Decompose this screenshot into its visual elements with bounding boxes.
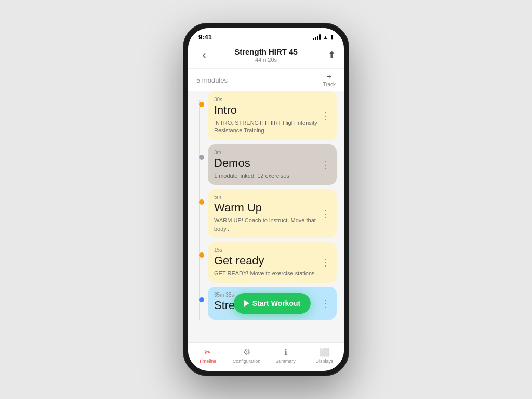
module-duration: 15s: [214, 247, 330, 253]
track-button[interactable]: + Track: [323, 73, 336, 87]
signal-icon: [313, 34, 321, 40]
gear-icon: ⚙: [243, 347, 250, 357]
timeline-dot-demos: [199, 155, 204, 160]
more-options-icon[interactable]: ⋮: [321, 159, 330, 170]
nav-label-summary: Summary: [275, 358, 296, 364]
nav-item-displays[interactable]: ⬜ Displays: [305, 347, 344, 364]
timeline-wrapper: 30s Intro INTRO: STRENGTH HIRT High Inte…: [195, 91, 337, 320]
list-item: 15s Get ready GET READY! Move to exercis…: [208, 242, 337, 283]
more-options-icon[interactable]: ⋮: [321, 208, 330, 219]
module-card-demos[interactable]: 3m Demos 1 module linked, 12 exercises ⋮: [208, 144, 337, 185]
module-desc: INTRO: STRENGTH HIRT High Intensity Resi…: [214, 119, 330, 135]
nav-item-timeline[interactable]: ✂ Timeline: [188, 347, 227, 364]
timeline-dot-getready: [199, 252, 204, 258]
module-card-getready[interactable]: 15s Get ready GET READY! Move to exercis…: [208, 242, 337, 283]
start-workout-label: Start Workout: [252, 299, 300, 308]
track-label: Track: [323, 82, 336, 87]
nav-label-displays: Displays: [315, 358, 333, 364]
nav-label-configuration: Configuration: [233, 358, 261, 364]
timeline-icon: ✂: [204, 347, 211, 357]
battery-icon: ▮: [330, 34, 334, 41]
timeline-dot-strength: [199, 297, 204, 302]
wifi-icon: ▲: [323, 34, 328, 41]
bottom-nav: ✂ Timeline ⚙ Configuration ℹ Summary ⬜ D…: [188, 342, 344, 371]
module-duration: 3m: [214, 150, 330, 155]
module-title: Get ready: [214, 254, 330, 268]
module-duration: 30s: [214, 97, 330, 102]
nav-item-summary[interactable]: ℹ Summary: [266, 347, 305, 364]
nav-item-configuration[interactable]: ⚙ Configuration: [227, 347, 266, 364]
more-options-icon[interactable]: ⋮: [321, 257, 330, 268]
start-workout-overlay: Start Workout: [234, 293, 311, 314]
module-duration: 5m: [214, 194, 330, 200]
list-item: 30s Intro INTRO: STRENGTH HIRT High Inte…: [208, 91, 337, 140]
status-icons: ▲ ▮: [313, 34, 334, 41]
phone-screen: 9:41 ▲ ▮ ‹ Strength HIRT 45 44m 20s ⬆: [188, 28, 344, 371]
module-card-intro[interactable]: 30s Intro INTRO: STRENGTH HIRT High Inte…: [208, 91, 337, 140]
display-icon: ⬜: [320, 347, 330, 357]
workout-title: Strength HIRT 45: [212, 47, 320, 56]
module-card-warmup[interactable]: 5m Warm Up WARM UP! Coach to instruct. M…: [208, 189, 337, 238]
module-desc: 1 module linked, 12 exercises: [214, 172, 330, 180]
more-options-icon[interactable]: ⋮: [321, 298, 330, 309]
list-item: 3m Demos 1 module linked, 12 exercises ⋮: [208, 144, 337, 185]
module-desc: WARM UP! Coach to instruct. Move that bo…: [214, 217, 330, 233]
module-title: Demos: [214, 156, 330, 170]
workout-duration: 44m 20s: [212, 57, 320, 63]
module-title: Intro: [214, 103, 330, 117]
module-desc: GET READY! Move to exercise stations.: [214, 270, 330, 277]
content-area[interactable]: 30s Intro INTRO: STRENGTH HIRT High Inte…: [188, 91, 344, 342]
module-title: Warm Up: [214, 201, 330, 215]
header-center: Strength HIRT 45 44m 20s: [212, 47, 320, 63]
status-bar: 9:41 ▲ ▮: [188, 28, 344, 43]
list-item: 35m 35s Strength HIRT 45 ⋮ Start Workout: [208, 287, 337, 320]
track-plus-icon: +: [327, 73, 331, 81]
timeline-line: [199, 100, 200, 320]
modules-count: 5 modules: [196, 76, 228, 84]
modules-bar: 5 modules + Track: [188, 69, 344, 91]
nav-label-timeline: Timeline: [199, 358, 217, 364]
timeline-dot-warmup: [199, 200, 204, 205]
info-icon: ℹ: [284, 347, 287, 357]
module-card-strength[interactable]: 35m 35s Strength HIRT 45 ⋮ Start Workout: [208, 287, 337, 320]
start-workout-button[interactable]: Start Workout: [234, 293, 311, 314]
more-options-icon[interactable]: ⋮: [321, 110, 330, 122]
play-icon: [244, 300, 249, 307]
back-button[interactable]: ‹: [196, 48, 212, 62]
status-time: 9:41: [198, 33, 212, 41]
list-item: 5m Warm Up WARM UP! Coach to instruct. M…: [208, 189, 337, 238]
timeline-dot-intro: [199, 102, 204, 107]
share-button[interactable]: ⬆: [320, 49, 336, 61]
phone-frame: 9:41 ▲ ▮ ‹ Strength HIRT 45 44m 20s ⬆: [183, 23, 349, 376]
header: ‹ Strength HIRT 45 44m 20s ⬆: [188, 43, 344, 69]
